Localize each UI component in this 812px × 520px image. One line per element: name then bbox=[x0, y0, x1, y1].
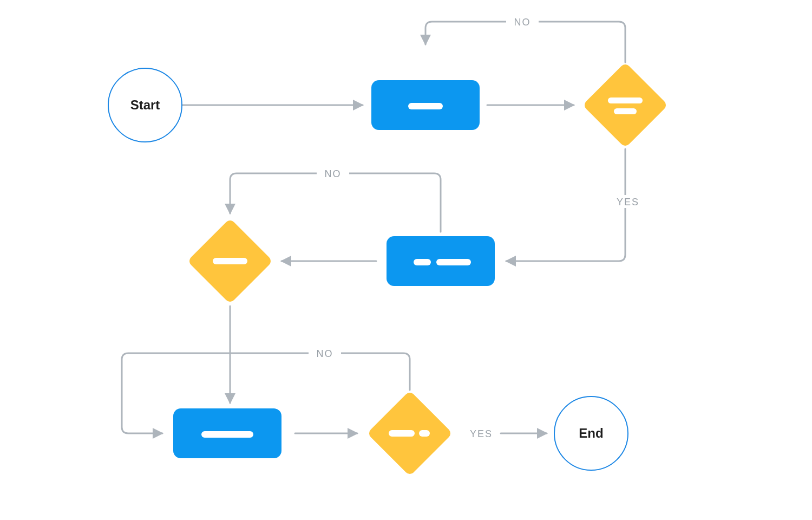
svg-rect-20 bbox=[419, 430, 430, 437]
node-end-label: End bbox=[579, 426, 603, 440]
node-decision1 bbox=[582, 62, 668, 148]
node-process2 bbox=[387, 236, 495, 286]
edge-label-no3: NO bbox=[317, 348, 333, 359]
edge-label-no2: NO bbox=[325, 168, 342, 179]
svg-rect-8 bbox=[582, 62, 668, 148]
node-start: Start bbox=[108, 68, 182, 142]
svg-rect-13 bbox=[436, 259, 471, 265]
edge-decision1-yes-to-process2 bbox=[506, 149, 625, 261]
edge-label-yes3: YES bbox=[470, 428, 493, 439]
node-start-label: Start bbox=[130, 98, 160, 112]
svg-rect-15 bbox=[213, 258, 247, 264]
svg-rect-17 bbox=[201, 431, 253, 438]
edge-label-yes1: YES bbox=[617, 197, 639, 207]
svg-rect-12 bbox=[414, 259, 431, 265]
svg-rect-9 bbox=[608, 98, 643, 103]
edge-no2-loop bbox=[230, 173, 441, 232]
node-decision3 bbox=[367, 391, 453, 476]
svg-rect-10 bbox=[614, 108, 637, 114]
flowchart-canvas: NO YES NO NO YES Start bbox=[0, 0, 812, 520]
node-process1 bbox=[371, 80, 480, 130]
svg-rect-19 bbox=[389, 430, 415, 437]
svg-rect-7 bbox=[408, 103, 443, 109]
node-end: End bbox=[554, 396, 628, 470]
node-decision2 bbox=[187, 218, 273, 304]
node-process3 bbox=[173, 408, 281, 458]
edge-label-no1: NO bbox=[514, 17, 531, 28]
